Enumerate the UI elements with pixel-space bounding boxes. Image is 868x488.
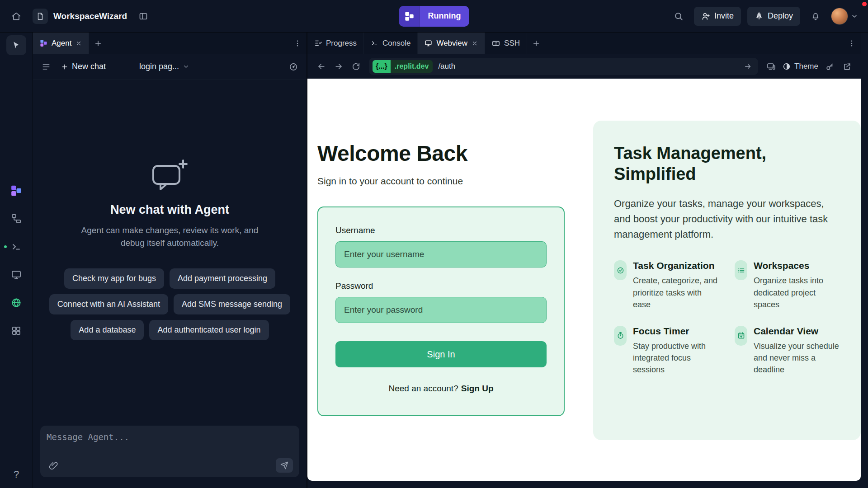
host-domain: .replit.dev [391, 60, 433, 73]
signup-link[interactable]: Sign Up [461, 384, 494, 393]
tab-ssh[interactable]: SSH [485, 33, 527, 54]
feature-title: Focus Timer [633, 326, 719, 337]
theme-icon [783, 62, 791, 70]
tab-console[interactable]: Console [364, 33, 418, 54]
topbar-actions: Invite Deploy [670, 7, 868, 26]
layout-columns-button[interactable] [134, 7, 152, 25]
message-input[interactable] [47, 432, 293, 458]
left-rail: ? [0, 33, 33, 488]
project-file-icon[interactable] [33, 9, 48, 24]
sign-in-button[interactable]: Sign In [335, 341, 547, 367]
workspace-app: WorkspaceWizard Running Invite [0, 0, 868, 488]
calendar-plus-icon [735, 326, 747, 346]
progress-icon [314, 39, 322, 47]
networking-tool-button[interactable] [7, 294, 25, 312]
host-prefix: {...} [373, 60, 391, 73]
terminal-icon [11, 241, 22, 252]
tab-agent-label: Agent [52, 39, 71, 48]
feature-text: Calendar View Visualize your schedule an… [754, 326, 840, 375]
new-tab-button[interactable] [89, 34, 107, 52]
page-title: Welcome Back [317, 141, 565, 166]
kebab-menu-icon [293, 39, 302, 47]
message-composer [40, 426, 299, 477]
send-message-button[interactable] [276, 458, 293, 473]
new-chat-button[interactable]: New chat [57, 59, 109, 74]
suggestion-ai-assistant[interactable]: Connect with an AI Assistant [49, 294, 168, 314]
notifications-button[interactable] [807, 7, 825, 25]
password-label: Password [335, 281, 547, 291]
theme-button[interactable]: Theme [781, 62, 820, 71]
plus-icon [94, 39, 102, 47]
user-plus-icon [701, 12, 710, 21]
reload-button[interactable] [348, 59, 363, 74]
check-circle-icon [614, 260, 627, 280]
help-button[interactable]: ? [11, 468, 22, 481]
arrow-right-icon [334, 62, 343, 71]
run-status-label: Running [420, 6, 469, 27]
suggestion-check-bugs[interactable]: Check my app for bugs [64, 268, 164, 289]
secrets-button[interactable] [822, 59, 837, 74]
open-external-button[interactable] [839, 59, 854, 74]
new-chat-label: New chat [72, 62, 106, 71]
panel-menu-button[interactable] [288, 34, 307, 52]
agent-settings-button[interactable] [286, 59, 301, 75]
feature-grid: Task Organization Create, categorize, an… [614, 260, 840, 375]
chat-selector[interactable]: login pag... [137, 61, 192, 72]
feature-calendar-view: Calendar View Visualize your schedule an… [735, 326, 840, 375]
rocket-icon [755, 12, 764, 21]
main-area: ? Agent [0, 33, 868, 488]
tools-menu-button[interactable] [843, 34, 861, 52]
agent-tool-button[interactable] [7, 182, 25, 200]
devices-icon [767, 62, 776, 71]
chat-history-button[interactable] [38, 59, 54, 75]
bell-icon [811, 11, 821, 21]
feature-description: Create, categorize, and prioritize tasks… [633, 275, 719, 310]
close-icon[interactable] [472, 40, 478, 47]
webview-tool-button[interactable] [7, 266, 25, 284]
back-button[interactable] [314, 59, 329, 74]
deploy-button[interactable]: Deploy [747, 7, 800, 26]
close-icon[interactable] [75, 40, 82, 47]
promo-card: Task Management, Simplified Organize you… [593, 121, 861, 440]
suggestion-database[interactable]: Add a database [71, 320, 144, 340]
username-field[interactable] [335, 241, 547, 267]
deploy-label: Deploy [768, 11, 793, 21]
forward-button[interactable] [331, 59, 346, 74]
apps-grid-button[interactable] [7, 322, 25, 340]
new-tool-tab-button[interactable] [527, 34, 545, 52]
gauge-icon [289, 62, 298, 71]
attach-file-button[interactable] [47, 459, 60, 472]
composer-actions [47, 458, 293, 473]
username-group: Username [335, 225, 547, 267]
feature-description: Organize tasks into dedicated project sp… [754, 275, 840, 310]
suggestion-payment[interactable]: Add payment processing [170, 268, 275, 289]
search-button[interactable] [670, 7, 688, 25]
chat-empty-state: New chat with Agent Agent can make chang… [33, 80, 307, 419]
cursor-pointer-icon [12, 41, 21, 50]
tab-webview[interactable]: Webview [418, 33, 485, 54]
shell-notification-dot [4, 245, 7, 248]
tab-agent[interactable]: Agent [33, 33, 89, 54]
host-pill[interactable]: {...} .replit.dev [373, 60, 433, 73]
url-field[interactable]: {...} .replit.dev /auth [369, 58, 758, 75]
feature-text: Focus Timer Stay productive with integra… [633, 326, 719, 375]
invite-button[interactable]: Invite [694, 7, 741, 26]
tab-progress[interactable]: Progress [307, 33, 364, 54]
run-status-button[interactable]: Running [399, 6, 469, 27]
signup-prompt: Need an account? [388, 384, 458, 393]
navigate-button[interactable] [741, 60, 755, 73]
tab-webview-label: Webview [436, 39, 467, 48]
suggestion-auth-login[interactable]: Add authenticated user login [149, 320, 269, 340]
password-field[interactable] [335, 297, 547, 323]
tools-tabstrip: Progress Console Webview [307, 33, 861, 54]
home-button[interactable] [7, 7, 25, 25]
empty-state-subtitle: Agent can make changes, review its work,… [71, 224, 269, 249]
terminal-icon [371, 39, 378, 47]
tab-progress-label: Progress [326, 39, 357, 48]
suggestion-sms[interactable]: Add SMS message sending [174, 294, 290, 314]
devtools-button[interactable] [764, 59, 779, 74]
account-menu[interactable] [831, 8, 858, 25]
shell-tool-button[interactable] [7, 238, 25, 256]
pointer-tool-button[interactable] [6, 35, 26, 55]
workflow-tool-button[interactable] [7, 210, 25, 228]
